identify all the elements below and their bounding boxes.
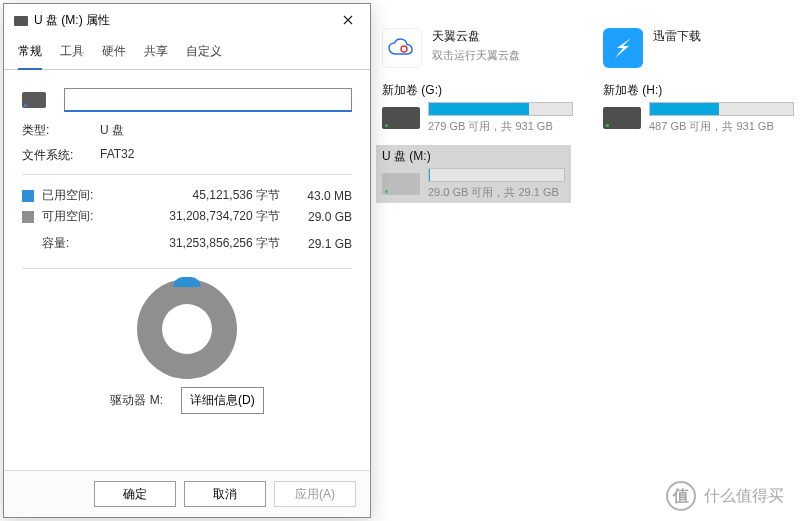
free-bytes: 31,208,734,720 字节: [110, 208, 288, 225]
general-panel: 类型: U 盘 文件系统: FAT32 已用空间: 45,121,536 字节 …: [4, 70, 370, 434]
watermark: 值 什么值得买: [666, 481, 784, 511]
capacity-meter: [428, 168, 565, 182]
app-xunlei[interactable]: 迅雷下载: [603, 28, 794, 68]
fs-value: FAT32: [100, 147, 134, 164]
free-label: 可用空间:: [42, 208, 110, 225]
free-human: 29.0 GB: [288, 210, 352, 224]
type-label: 类型:: [22, 122, 88, 139]
window-title: U 盘 (M:) 属性: [34, 12, 110, 29]
drive-g[interactable]: 新加卷 (G:) 279 GB 可用，共 931 GB: [382, 82, 573, 134]
app-sub: 双击运行天翼云盘: [432, 48, 520, 63]
drive-title: 新加卷 (H:): [603, 82, 794, 99]
drive-title: 新加卷 (G:): [382, 82, 573, 99]
used-human: 43.0 MB: [288, 189, 352, 203]
usage-donut: [137, 279, 237, 379]
details-button[interactable]: 详细信息(D): [181, 387, 264, 414]
drive-h[interactable]: 新加卷 (H:) 487 GB 可用，共 931 GB: [603, 82, 794, 134]
dialog-footer: 确定 取消 应用(A): [4, 470, 370, 517]
tab-strip: 常规 工具 硬件 共享 自定义: [4, 37, 370, 70]
app-tianyi[interactable]: 天翼云盘 双击运行天翼云盘: [382, 28, 573, 68]
type-value: U 盘: [100, 122, 124, 139]
tab-sharing[interactable]: 共享: [144, 37, 168, 69]
cancel-button[interactable]: 取消: [184, 481, 266, 507]
thunder-icon: [603, 28, 643, 68]
tab-general[interactable]: 常规: [18, 37, 42, 70]
tab-hardware[interactable]: 硬件: [102, 37, 126, 69]
drive-title: U 盘 (M:): [382, 148, 565, 165]
capacity-meter: [649, 102, 794, 116]
watermark-text: 什么值得买: [704, 486, 784, 507]
apply-button[interactable]: 应用(A): [274, 481, 356, 507]
cloud-icon: [382, 28, 422, 68]
drive-info: 487 GB 可用，共 931 GB: [649, 119, 794, 134]
used-label: 已用空间:: [42, 187, 110, 204]
capacity-meter: [428, 102, 573, 116]
app-title: 迅雷下载: [653, 28, 701, 45]
capacity-label: 容量:: [42, 235, 110, 252]
hdd-icon: [382, 107, 420, 129]
ok-button[interactable]: 确定: [94, 481, 176, 507]
capacity-bytes: 31,253,856,256 字节: [110, 235, 288, 252]
svg-point-0: [401, 46, 407, 52]
drive-info: 279 GB 可用，共 931 GB: [428, 119, 573, 134]
drive-m-selected[interactable]: U 盘 (M:) 29.0 GB 可用，共 29.1 GB: [376, 145, 571, 203]
drive-info: 29.0 GB 可用，共 29.1 GB: [428, 185, 565, 200]
donut-label: 驱动器 M:: [110, 392, 163, 409]
capacity-human: 29.1 GB: [288, 237, 352, 251]
properties-dialog: U 盘 (M:) 属性 常规 工具 硬件 共享 自定义 类型: U 盘 文件系统…: [3, 3, 371, 518]
drive-icon: [22, 92, 46, 108]
used-color-swatch: [22, 190, 34, 202]
app-title: 天翼云盘: [432, 28, 520, 45]
drive-mini-icon: [14, 16, 28, 26]
tab-custom[interactable]: 自定义: [186, 37, 222, 69]
fs-label: 文件系统:: [22, 147, 88, 164]
explorer-panel: 天翼云盘 双击运行天翼云盘 迅雷下载 新加卷 (G:) 279 GB 可用，共 …: [382, 28, 794, 214]
titlebar[interactable]: U 盘 (M:) 属性: [4, 4, 370, 37]
close-button[interactable]: [336, 14, 360, 28]
drive-name-input[interactable]: [64, 88, 352, 112]
hdd-icon: [603, 107, 641, 129]
watermark-icon: 值: [666, 481, 696, 511]
tab-tools[interactable]: 工具: [60, 37, 84, 69]
usb-drive-icon: [382, 173, 420, 195]
used-bytes: 45,121,536 字节: [110, 187, 288, 204]
free-color-swatch: [22, 211, 34, 223]
